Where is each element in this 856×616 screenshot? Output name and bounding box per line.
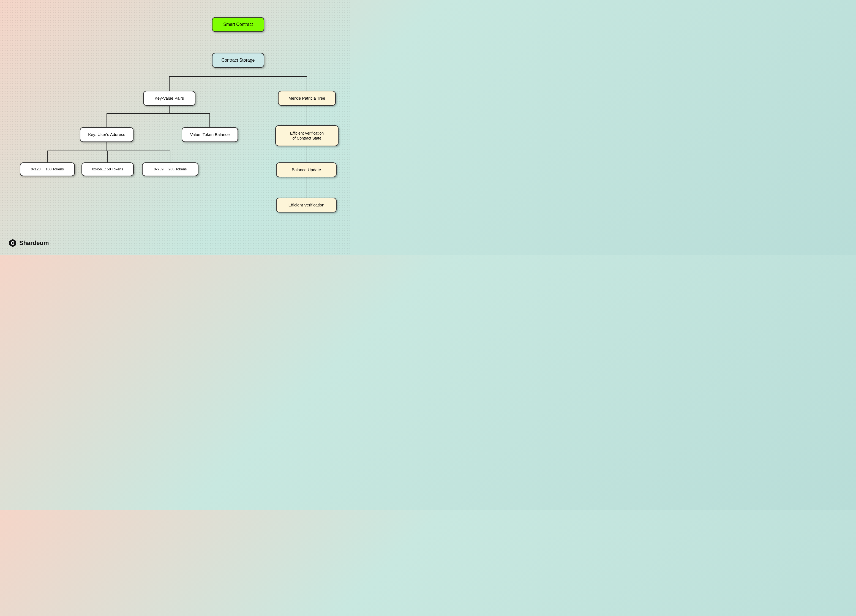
addr1-label: 0x123...: 100 Tokens (31, 167, 64, 172)
key-users-address-label: Key: User's Address (88, 132, 125, 137)
key-value-pairs-label: Key-Value Pairs (155, 95, 184, 101)
shardeum-logo-icon (8, 239, 17, 248)
contract-storage-node: Contract Storage (212, 53, 264, 68)
addr1-node: 0x123...: 100 Tokens (20, 162, 75, 176)
contract-storage-label: Contract Storage (222, 57, 255, 63)
logo: Shardeum (8, 239, 49, 248)
key-value-pairs-node: Key-Value Pairs (143, 91, 196, 106)
efficient-verification-contract-node: Efficient Verification of Contract State (275, 125, 339, 146)
balance-update-node: Balance Update (276, 162, 337, 177)
addr3-label: 0x789...: 200 Tokens (154, 167, 187, 172)
efficient-verification-node: Efficient Verification (276, 198, 337, 213)
addr2-node: 0x456...: 50 Tokens (82, 162, 134, 176)
addr3-node: 0x789...: 200 Tokens (142, 162, 199, 176)
efficient-verification-label: Efficient Verification (288, 202, 325, 208)
merkle-patricia-tree-node: Merkle Patricia Tree (278, 91, 336, 106)
efficient-verification-contract-label: Efficient Verification of Contract State (290, 131, 324, 141)
value-token-balance-label: Value: Token Balance (190, 132, 230, 137)
balance-update-label: Balance Update (292, 167, 321, 172)
addr2-label: 0x456...: 50 Tokens (92, 167, 123, 172)
value-token-balance-node: Value: Token Balance (182, 127, 238, 142)
svg-marker-23 (12, 242, 14, 245)
smart-contract-node: Smart Contract (212, 17, 264, 32)
key-users-address-node: Key: User's Address (80, 127, 134, 142)
merkle-patricia-tree-label: Merkle Patricia Tree (288, 95, 325, 101)
logo-text: Shardeum (19, 239, 49, 246)
smart-contract-label: Smart Contract (223, 22, 253, 28)
